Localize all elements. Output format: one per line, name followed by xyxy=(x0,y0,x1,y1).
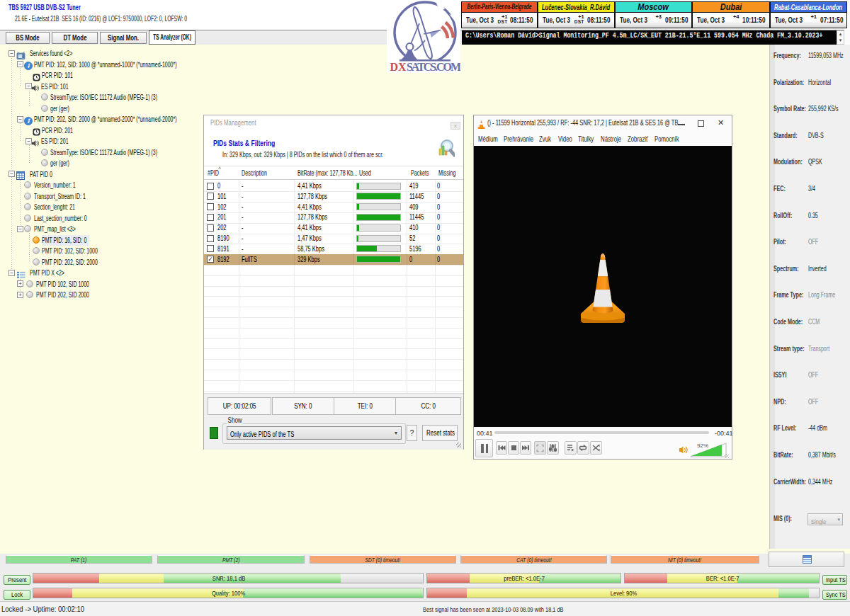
svg-text:SATCS.COM: SATCS.COM xyxy=(407,61,460,73)
svg-text:DX: DX xyxy=(390,61,407,73)
svg-text:92%: 92% xyxy=(697,443,708,449)
